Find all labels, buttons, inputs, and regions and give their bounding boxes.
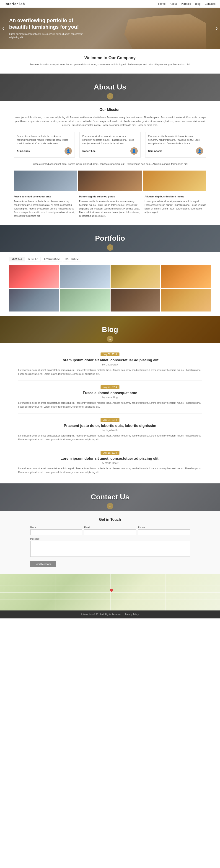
about-image-1 (14, 170, 77, 191)
portfolio-item-1[interactable] (60, 265, 109, 288)
about-descriptions: Fusce euismod consequat ante Praesent ve… (14, 195, 206, 218)
team-card-text-0: Praesent vestibulum molestie lacus. Aene… (17, 134, 72, 146)
phone-label: Phone (138, 526, 190, 529)
contact-form: Name Email Phone Message Send Message (30, 526, 190, 567)
nav-logo: interior lab (5, 2, 25, 6)
portfolio-filters: VIEW ALL KITCHEN LIVING ROOM BATHROOM (9, 257, 211, 261)
about-desc-1: Donec sagittis euismod purus Praesent ve… (79, 195, 141, 218)
welcome-section: Welcome to Our Company Fusce euismod con… (0, 49, 220, 73)
blog-date-1: July 27, 2014 (18, 385, 202, 389)
about-content: Our Mission Lorem ipsum dolor sit amet, … (0, 101, 220, 225)
map-grid (0, 574, 220, 611)
hero-content: An overflowing portfolio of beautiful fu… (0, 13, 96, 43)
blog-excerpt-0: Lorem ipsum dolor sit amet, consectetuer… (18, 368, 202, 376)
message-label: Message (30, 537, 190, 540)
portfolio-item-0[interactable] (9, 265, 59, 288)
blog-title: Blog (102, 326, 118, 334)
blog-arrow: ⌄ (107, 336, 113, 342)
contact-arrow: ⌄ (107, 503, 113, 509)
hero-prev-arrow[interactable]: ‹ (2, 25, 4, 32)
about-gallery-text: Fusce euismod consequat ante. Lorem ipsu… (14, 162, 206, 166)
message-input[interactable] (30, 541, 190, 557)
portfolio-item-3[interactable] (161, 265, 211, 288)
team-name-0: Arin Lopes (17, 150, 30, 152)
about-img-team (14, 170, 77, 191)
blog-excerpt-2: Lorem ipsum dolor sit amet, consectetuer… (18, 434, 202, 441)
hero-subtext: Fusce euismod consequat ante. Lorem ipsu… (9, 32, 87, 39)
blog-post-2: July 21, 2014 Praesent justo dolor, lobo… (18, 413, 202, 446)
team-card-footer-0: Arin Lopes 👤 (17, 147, 72, 155)
about-img-stairs (78, 170, 142, 191)
nav-portfolio[interactable]: Portfolio (181, 2, 191, 5)
nav-contacts[interactable]: Contacts (205, 2, 215, 5)
about-desc-text-2: Lorem ipsum dolor sit amet, consectetur … (144, 200, 205, 214)
hero-next-arrow[interactable]: › (216, 25, 218, 32)
map-section (0, 574, 220, 611)
contact-title: Contact Us (91, 493, 129, 501)
welcome-text: Fusce euismod consequat ante. Lorem ipsu… (27, 63, 193, 67)
about-desc-text-1: Praesent vestibulum molestie lacus. Aene… (79, 200, 140, 217)
name-input[interactable] (30, 529, 82, 535)
blog-date-3: July 19, 2014 (18, 451, 202, 455)
team-card-text-2: Praesent vestibulum molestie lacus. Aene… (148, 134, 203, 146)
about-img-kitchen (143, 170, 206, 191)
portfolio-grid (9, 265, 211, 311)
contact-content: Get in Touch Name Email Phone Message Se… (0, 511, 220, 574)
footer-copyright: Interior Lab © 2014 All Rights Reserved (81, 613, 121, 616)
filter-view-all[interactable]: VIEW ALL (9, 257, 25, 261)
name-label: Name (30, 526, 82, 529)
blog-date-0: July 30, 2014 (18, 352, 202, 356)
about-section-header: About Us ⌄ (0, 73, 220, 101)
blog-post-title-2: Praesent justo dolor, lobortis quis, lob… (18, 424, 202, 428)
about-desc-title-1: Donec sagittis euismod purus (79, 195, 141, 199)
filter-bathroom[interactable]: BATHROOM (63, 257, 81, 261)
about-desc-0: Fusce euismod consequat ante Praesent ve… (14, 195, 76, 218)
blog-date-badge-1: July 27, 2014 (101, 385, 120, 389)
footer-privacy-link[interactable]: Privacy Policy (125, 613, 139, 616)
send-button[interactable]: Send Message (30, 561, 56, 567)
nav-home[interactable]: Home (158, 2, 166, 5)
blog-author-2: by Inga North (18, 429, 202, 432)
blog-date-badge-3: July 19, 2014 (101, 451, 120, 455)
portfolio-item-5[interactable] (60, 289, 109, 311)
phone-field: Phone (138, 526, 190, 535)
about-desc-2: Aliquam dapibus tincidunt metus Lorem ip… (144, 195, 206, 218)
filter-living-room[interactable]: LIVING ROOM (42, 257, 62, 261)
portfolio-section-header: Portfolio ⌄ (0, 225, 220, 252)
form-row-top: Name Email Phone (30, 526, 190, 535)
message-field: Message (30, 537, 190, 557)
contact-section-header: Contact Us ⌄ (0, 484, 220, 511)
about-desc-text-0: Praesent vestibulum molestie lacus. Aene… (14, 200, 75, 217)
portfolio-item-2[interactable] (111, 265, 160, 288)
about-desc-title-0: Fusce euismod consequat ante (14, 195, 76, 199)
blog-author-0: by Linda Gray (18, 363, 202, 366)
portfolio-item-4[interactable] (9, 289, 59, 311)
team-card-footer-1: Robert Lee 👤 (82, 147, 137, 155)
contact-form-title: Get in Touch (18, 518, 202, 522)
blog-section-header: Blog ⌄ (0, 316, 220, 343)
filter-kitchen[interactable]: KITCHEN (26, 257, 41, 261)
blog-post-title-3: Lorem ipsum dolor sit amet, consectetuer… (18, 457, 202, 461)
phone-input[interactable] (138, 529, 190, 535)
map-road-v2 (110, 574, 111, 611)
email-input[interactable] (84, 529, 136, 535)
blog-post-1: July 27, 2014 Fusce euismod consequat an… (18, 381, 202, 413)
team-card-2: Praesent vestibulum molestie lacus. Aene… (145, 132, 206, 158)
about-image-2 (78, 170, 142, 191)
portfolio-item-6[interactable] (111, 289, 160, 311)
blog-date-2: July 21, 2014 (18, 418, 202, 422)
name-field: Name (30, 526, 82, 535)
blog-excerpt-3: Lorem ipsum dolor sit amet, consectetuer… (18, 467, 202, 474)
nav-about[interactable]: About (170, 2, 177, 5)
blog-post-title-0: Lorem ipsum dolor sit amet, consectetuer… (18, 358, 202, 362)
avatar-0: 👤 (64, 147, 72, 155)
blog-excerpt-1: Lorem ipsum dolor sit amet, consectetuer… (18, 401, 202, 409)
portfolio-item-7[interactable] (161, 289, 211, 311)
nav-blog[interactable]: Blog (195, 2, 201, 5)
about-arrow: ⌄ (107, 93, 113, 99)
about-image-grid (14, 170, 206, 191)
team-cards: Praesent vestibulum molestie lacus. Aene… (14, 132, 206, 158)
team-name-2: Sam Adams (148, 150, 163, 152)
welcome-heading: Welcome to Our Company (27, 56, 193, 60)
portfolio-title: Portfolio (95, 234, 125, 243)
